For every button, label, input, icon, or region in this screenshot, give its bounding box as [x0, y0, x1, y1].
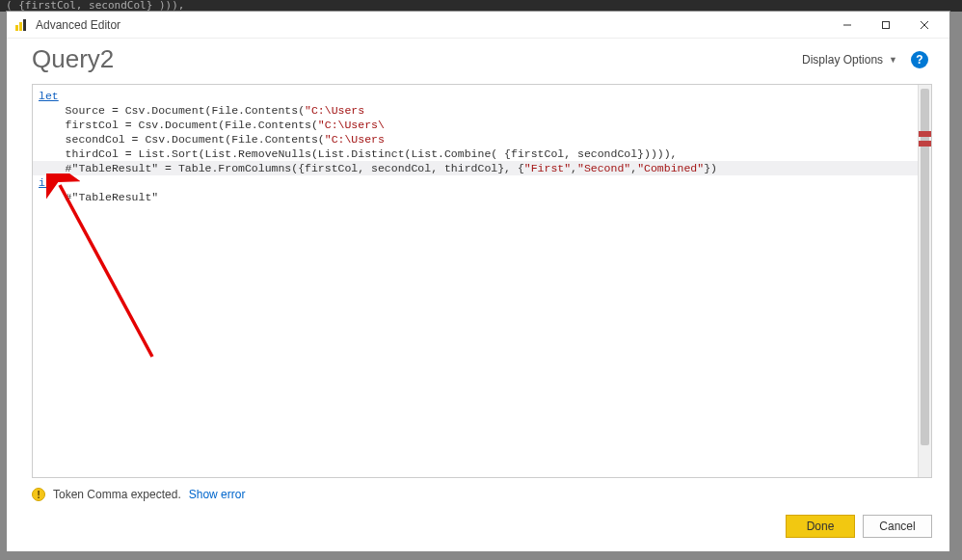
svg-rect-2 — [23, 19, 26, 31]
titlebar: Advanced Editor — [7, 12, 949, 39]
display-options-dropdown[interactable]: Display Options ▼ — [802, 53, 897, 67]
code-editor[interactable]: let Source = Csv.Document(File.Contents(… — [32, 84, 932, 478]
error-marker — [919, 131, 931, 137]
svg-rect-0 — [15, 25, 18, 31]
svg-rect-1 — [19, 22, 22, 31]
dialog-footer: Done Cancel — [7, 505, 949, 551]
window-controls — [828, 13, 944, 38]
cancel-button[interactable]: Cancel — [863, 515, 932, 538]
query-name: Query2 — [32, 44, 802, 74]
show-error-link[interactable]: Show error — [189, 488, 246, 501]
vertical-scrollbar[interactable] — [918, 85, 931, 477]
window-title: Advanced Editor — [36, 18, 828, 32]
warning-icon: ! — [32, 488, 45, 501]
chevron-down-icon: ▼ — [889, 55, 897, 65]
error-marker — [919, 141, 931, 147]
error-bar: ! Token Comma expected. Show error — [7, 482, 949, 505]
help-icon[interactable]: ? — [911, 51, 928, 68]
app-icon — [14, 18, 28, 32]
close-button[interactable] — [905, 13, 944, 38]
advanced-editor-window: Advanced Editor Query2 Display Options ▼… — [6, 11, 950, 552]
maximize-button[interactable] — [867, 13, 905, 38]
done-button[interactable]: Done — [786, 515, 855, 538]
svg-line-7 — [60, 185, 152, 357]
error-message: Token Comma expected. — [53, 488, 181, 501]
code-content[interactable]: let Source = Csv.Document(File.Contents(… — [33, 85, 931, 208]
display-options-label: Display Options — [802, 53, 883, 67]
minimize-button[interactable] — [828, 13, 867, 38]
svg-rect-4 — [883, 21, 890, 28]
editor-header: Query2 Display Options ▼ ? — [7, 39, 949, 84]
